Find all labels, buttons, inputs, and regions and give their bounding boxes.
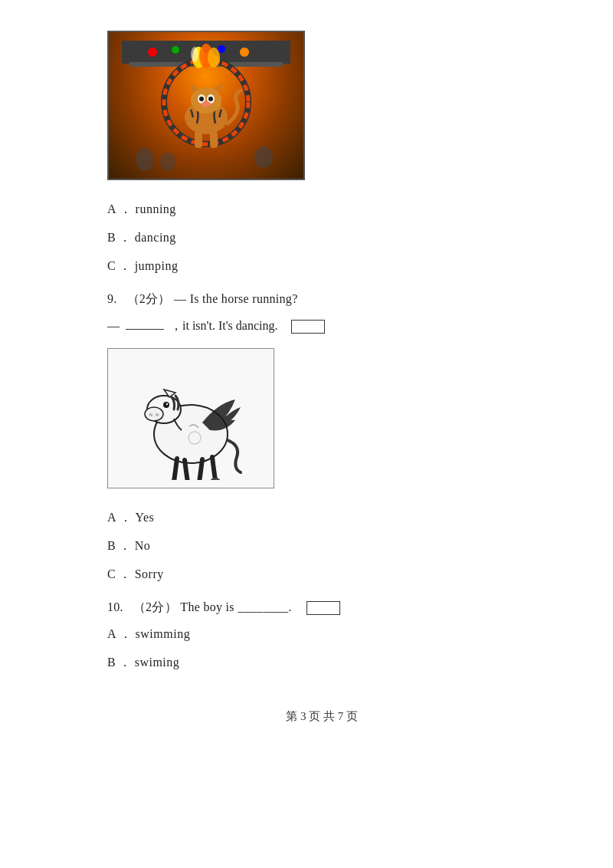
svg-point-38 (169, 479, 179, 480)
svg-point-28 (160, 153, 175, 171)
svg-point-20 (199, 97, 204, 101)
q10-option-b: B ． swiming (107, 655, 536, 671)
question-10-prompt: 10. （2分） The boy is ________. (107, 600, 536, 616)
svg-rect-23 (195, 131, 202, 148)
q8-option-c: C ． jumping (107, 258, 536, 275)
svg-point-3 (172, 46, 179, 54)
question-9-prompt: 9. （2分） — Is the horse running? (107, 291, 536, 307)
svg-point-35 (163, 402, 169, 408)
svg-point-13 (191, 47, 198, 62)
svg-point-12 (208, 48, 220, 67)
svg-point-22 (202, 101, 211, 107)
page-footer: 第 3 页 共 7 页 (107, 709, 536, 724)
svg-point-33 (149, 413, 153, 416)
svg-point-2 (148, 48, 157, 57)
q9-option-a: A ． Yes (107, 510, 536, 526)
q9-option-c: C ． Sorry (107, 567, 536, 583)
svg-point-29 (254, 146, 273, 168)
svg-point-41 (211, 478, 220, 480)
svg-point-21 (208, 97, 213, 101)
svg-point-36 (166, 403, 168, 404)
svg-point-32 (145, 407, 163, 421)
q8-option-a: A ． running (107, 202, 536, 218)
svg-point-6 (240, 48, 249, 57)
svg-point-15 (191, 87, 221, 113)
question-9-answer: — ，it isn't. It's dancing. (107, 318, 536, 334)
q9-option-b: B ． No (107, 538, 536, 554)
svg-point-34 (156, 413, 159, 416)
svg-point-27 (136, 148, 154, 171)
q10-option-a: A ． swimming (107, 626, 536, 643)
tiger-image (107, 31, 305, 180)
q8-option-b: B ． dancing (107, 230, 536, 246)
svg-rect-24 (210, 131, 218, 148)
horse-image (107, 348, 274, 488)
